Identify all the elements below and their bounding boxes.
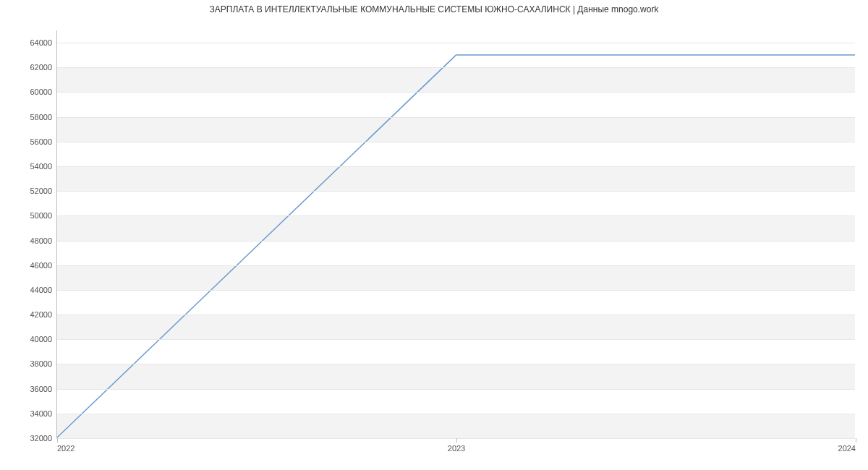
chart-container: ЗАРПЛАТА В ИНТЕЛЛЕКТУАЛЬНЫЕ КОММУНАЛЬНЫЕ… <box>0 0 868 470</box>
y-gridline <box>57 43 855 43</box>
y-gridline <box>57 166 855 167</box>
y-tick-label: 54000 <box>9 162 52 171</box>
y-tick-label: 44000 <box>9 286 52 294</box>
y-gridline <box>57 389 855 390</box>
y-gridline <box>57 92 855 93</box>
y-tick-label: 42000 <box>9 310 52 319</box>
y-tick-label: 60000 <box>9 87 52 96</box>
line-layer <box>57 30 855 437</box>
y-tick-label: 40000 <box>9 335 52 343</box>
y-gridline <box>57 339 855 340</box>
y-tick-label: 50000 <box>9 211 52 220</box>
x-tick <box>856 438 856 443</box>
y-tick-label: 56000 <box>9 137 52 146</box>
y-gridline <box>57 215 855 216</box>
x-tick <box>456 438 457 443</box>
plot-area: 202220232024 <box>56 30 855 438</box>
y-tick-label: 62000 <box>9 63 52 72</box>
y-tick-label: 48000 <box>9 236 52 245</box>
y-gridline <box>57 364 855 364</box>
chart-title: ЗАРПЛАТА В ИНТЕЛЛЕКТУАЛЬНЫЕ КОММУНАЛЬНЫЕ… <box>0 4 868 14</box>
y-tick-label: 38000 <box>9 359 52 368</box>
data-line <box>57 55 855 437</box>
x-tick-label: 2024 <box>838 444 856 453</box>
y-tick-label: 58000 <box>9 113 52 121</box>
y-gridline <box>57 315 855 315</box>
y-gridline <box>57 191 855 192</box>
y-gridline <box>57 290 855 291</box>
y-gridline <box>57 265 855 266</box>
y-tick-label: 34000 <box>9 409 52 418</box>
y-tick-label: 36000 <box>9 385 52 393</box>
y-tick-label: 52000 <box>9 187 52 195</box>
y-tick-label: 64000 <box>9 38 52 47</box>
y-gridline <box>57 117 855 118</box>
x-tick-label: 2023 <box>448 444 465 453</box>
y-gridline <box>57 414 855 414</box>
y-tick-label: 46000 <box>9 261 52 270</box>
y-gridline <box>57 67 855 68</box>
y-gridline <box>57 142 855 142</box>
x-tick <box>57 438 58 443</box>
x-tick-label: 2022 <box>57 444 75 453</box>
y-gridline <box>57 241 855 242</box>
y-tick-label: 32000 <box>9 434 52 443</box>
